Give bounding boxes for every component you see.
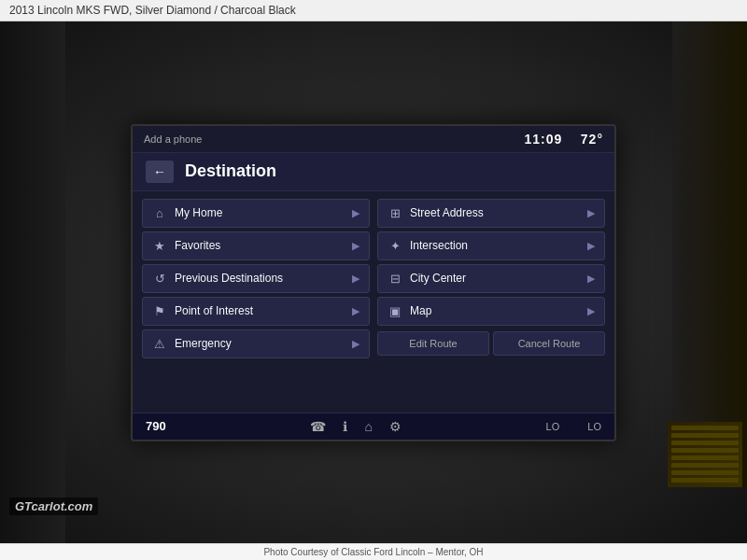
nav-number: 790 bbox=[146, 419, 166, 433]
city-icon: ⊟ bbox=[388, 272, 402, 286]
edit-route-button[interactable]: Edit Route bbox=[377, 331, 489, 356]
vent-slat bbox=[671, 463, 739, 468]
chevron-right-icon: ▶ bbox=[352, 240, 359, 252]
car-title: 2013 Lincoln MKS FWD, Silver Diamond / C… bbox=[9, 4, 296, 17]
chevron-right-icon: ▶ bbox=[587, 305, 595, 317]
menu-item-point-of-interest[interactable]: ⚑ Point of Interest ▶ bbox=[142, 297, 370, 326]
back-button[interactable]: ← bbox=[146, 161, 174, 183]
vent-slat bbox=[671, 433, 739, 438]
menu-left: ⌂ My Home ▶ ★ Favorites ▶ bbox=[142, 199, 370, 405]
nav-lo-right: LO bbox=[587, 421, 601, 432]
screen-title: Destination bbox=[185, 161, 276, 181]
menu-item-my-home[interactable]: ⌂ My Home ▶ bbox=[142, 199, 370, 228]
chevron-right-icon: ▶ bbox=[352, 305, 359, 317]
chevron-right-icon: ▶ bbox=[587, 273, 595, 285]
left-panel bbox=[0, 21, 65, 543]
menu-item-label: Map bbox=[410, 304, 431, 317]
screen-nav-bar: 790 ☎ ℹ ⌂ ⚙ LO LO bbox=[133, 413, 614, 440]
menu-item-emergency[interactable]: ⚠ Emergency ▶ bbox=[142, 329, 370, 358]
photo-credit: Photo Courtesy of Classic Ford Lincoln –… bbox=[0, 543, 747, 560]
vent-area bbox=[668, 422, 742, 487]
screen-status-bar: Add a phone 11:09 72° bbox=[133, 126, 614, 153]
street-icon: ⊞ bbox=[388, 206, 402, 220]
top-bar: 2013 Lincoln MKS FWD, Silver Diamond / C… bbox=[0, 0, 747, 21]
screen-header: ← Destination bbox=[133, 153, 614, 191]
vent-slat bbox=[671, 478, 739, 483]
home-nav-icon[interactable]: ⌂ bbox=[364, 419, 372, 434]
nav-lo-area: LO LO bbox=[546, 421, 601, 432]
history-icon: ↺ bbox=[152, 272, 167, 286]
intersection-icon: ✦ bbox=[388, 239, 402, 253]
settings-nav-icon[interactable]: ⚙ bbox=[389, 419, 402, 434]
home-icon: ⌂ bbox=[152, 206, 167, 220]
photo-frame: 2013 Lincoln MKS FWD, Silver Diamond / C… bbox=[0, 0, 747, 560]
temp-display: 72° bbox=[581, 132, 603, 147]
menu-item-intersection[interactable]: ✦ Intersection ▶ bbox=[377, 231, 605, 260]
menu-item-label: Emergency bbox=[175, 337, 232, 350]
menu-item-previous-destinations[interactable]: ↺ Previous Destinations ▶ bbox=[142, 264, 370, 293]
menu-item-label: Intersection bbox=[410, 239, 468, 252]
nav-lo-left: LO bbox=[546, 421, 560, 432]
menu-right: ⊞ Street Address ▶ ✦ Intersection ▶ bbox=[377, 199, 605, 405]
nav-icons: ☎ ℹ ⌂ ⚙ bbox=[310, 419, 401, 434]
star-icon: ★ bbox=[152, 239, 167, 253]
car-area: Add a phone 11:09 72° ← Destination bbox=[0, 21, 747, 543]
chevron-right-icon: ▶ bbox=[587, 240, 595, 252]
time-temp-display: 11:09 72° bbox=[524, 132, 603, 147]
poi-icon: ⚑ bbox=[152, 304, 167, 318]
vent-slat bbox=[671, 426, 739, 430]
menu-item-label: Street Address bbox=[410, 206, 484, 219]
chevron-right-icon: ▶ bbox=[352, 273, 359, 285]
time-display: 11:09 bbox=[524, 132, 562, 147]
vent-slat bbox=[671, 455, 739, 460]
action-buttons: Edit Route Cancel Route bbox=[377, 331, 605, 356]
vent-slat bbox=[671, 448, 739, 453]
menu-item-label: Favorites bbox=[175, 239, 220, 252]
info-nav-icon[interactable]: ℹ bbox=[343, 419, 347, 434]
menu-item-map[interactable]: ▣ Map ▶ bbox=[377, 297, 605, 326]
menu-item-label: City Center bbox=[410, 272, 466, 285]
chevron-right-icon: ▶ bbox=[352, 338, 359, 350]
menu-item-city-center[interactable]: ⊟ City Center ▶ bbox=[377, 264, 605, 293]
back-icon: ← bbox=[153, 164, 166, 179]
menu-item-favorites[interactable]: ★ Favorites ▶ bbox=[142, 231, 370, 260]
cancel-route-button[interactable]: Cancel Route bbox=[493, 331, 605, 356]
map-icon: ▣ bbox=[388, 304, 402, 318]
phone-nav-icon[interactable]: ☎ bbox=[310, 419, 326, 434]
screen-content: ⌂ My Home ▶ ★ Favorites ▶ bbox=[133, 191, 614, 413]
vent-slat bbox=[671, 470, 739, 475]
add-phone-label[interactable]: Add a phone bbox=[144, 133, 202, 145]
menu-item-label: Point of Interest bbox=[175, 304, 253, 317]
infotainment-screen: Add a phone 11:09 72° ← Destination bbox=[131, 124, 616, 441]
chevron-right-icon: ▶ bbox=[352, 207, 359, 219]
right-panel bbox=[672, 21, 747, 487]
menu-item-label: Previous Destinations bbox=[175, 272, 283, 285]
menu-item-street-address[interactable]: ⊞ Street Address ▶ bbox=[377, 199, 605, 228]
emergency-icon: ⚠ bbox=[152, 337, 167, 351]
menu-item-label: My Home bbox=[175, 206, 222, 219]
chevron-right-icon: ▶ bbox=[587, 207, 595, 219]
watermark: GTcarlot.com bbox=[9, 497, 98, 515]
vent-slat bbox=[671, 441, 739, 445]
